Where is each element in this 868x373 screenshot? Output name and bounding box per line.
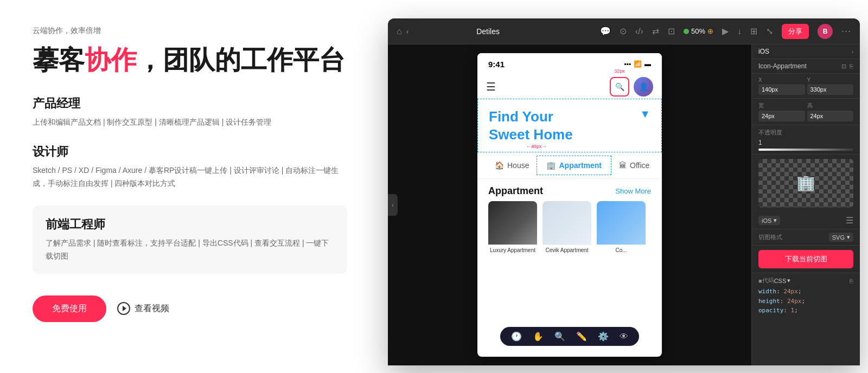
code-lang-selector[interactable]: CSS ▾: [774, 277, 791, 284]
code-lang-chevron: ▾: [787, 277, 790, 284]
settings-icon[interactable]: ⚙️: [598, 331, 609, 342]
download-button[interactable]: 下载当前切图: [758, 250, 853, 268]
canvas-toggle-button[interactable]: ‹: [388, 194, 398, 216]
buttons-row: 免费使用 查看视频: [33, 295, 347, 322]
phone-screen: 9:41 ▪▪▪ 📶 ▬ ☰ 🔍: [477, 53, 662, 357]
listing-image-1: [488, 201, 537, 245]
avatar-image: 👤: [639, 82, 648, 91]
play-icon: [117, 302, 130, 315]
phone-mockup: 9:41 ▪▪▪ 📶 ▬ ☰ 🔍: [477, 53, 662, 357]
listing-image-2: [542, 201, 591, 245]
appartment-icon: 🏢: [546, 161, 556, 170]
role-section-pm: 产品经理 上传和编辑产品文档 | 制作交互原型 | 清晰梳理产品逻辑 | 设计任…: [33, 95, 347, 129]
search-button[interactable]: 🔍 32px: [610, 77, 629, 97]
code-icon[interactable]: ‹/›: [635, 27, 643, 36]
role-title-designer: 设计师: [33, 144, 347, 160]
format-type-label: 切图格式: [758, 233, 782, 241]
play-triangle: [123, 306, 126, 311]
free-use-button[interactable]: 免费使用: [33, 295, 106, 322]
main-content: ‹ 9:41 ▪▪▪ 📶 ▬: [388, 44, 860, 365]
hand-icon[interactable]: ✋: [533, 331, 544, 342]
preview-icon: 🏢: [796, 174, 815, 192]
role-desc-pm: 上传和编辑产品文档 | 制作交互原型 | 清晰梳理产品逻辑 | 设计任务管理: [33, 116, 347, 129]
listing-card-1[interactable]: Luxury Appartment: [488, 201, 537, 255]
pen-icon[interactable]: ✏️: [576, 331, 587, 342]
clock-icon[interactable]: 🕐: [511, 331, 522, 342]
more-options-icon[interactable]: ···: [841, 25, 851, 37]
device-icon[interactable]: ⊡: [668, 26, 675, 36]
role-desc-designer: Sketch / PS / XD / Figma / Axure / 摹客RP设…: [33, 164, 347, 190]
download-icon[interactable]: ↓: [737, 27, 742, 36]
listing-label-3: Co...: [597, 245, 646, 255]
location-icon[interactable]: ⊙: [620, 26, 627, 36]
office-icon: 🏛: [619, 161, 627, 170]
status-icons: ▪▪▪ 📶 ▬: [624, 60, 651, 68]
watch-video-button[interactable]: 查看视频: [117, 302, 169, 315]
x-input[interactable]: [758, 84, 805, 95]
bottom-toolbar: 🕐 ✋ 🔍 ✏️ ⚙️ 👁: [500, 327, 639, 346]
opacity-label: 不透明度: [758, 128, 853, 137]
x-coord: X: [758, 77, 805, 95]
panel-expand-icon[interactable]: ›: [852, 49, 853, 55]
role-section-frontend: 前端工程师 了解产品需求 | 随时查看标注，支持平台适配 | 导出CSS代码 |…: [33, 205, 347, 274]
battery-icon: ▬: [644, 60, 651, 68]
eye-icon[interactable]: 👁: [620, 332, 628, 342]
listing-label-1: Luxury Appartment: [488, 245, 537, 255]
h-input[interactable]: [807, 111, 854, 121]
app-window: ⌂ ‹ Detiles 💬 ⊙ ‹/› ⇄ ⊡ 50% ⊕ ▶ ↓ ⊞ ⤡: [388, 18, 860, 365]
zoom-icon[interactable]: 🔍: [554, 331, 565, 342]
listing-card-3[interactable]: Co...: [597, 201, 646, 255]
platform-select[interactable]: iOS ▾: [758, 216, 780, 225]
h-label: 高: [807, 102, 854, 110]
category-tabs: ←48px→ 🏠 House 🏢 Appartment: [477, 152, 662, 179]
category-tab-house[interactable]: 🏠 House: [486, 157, 538, 174]
main-title: 摹客协作，团队的工作平台: [33, 44, 347, 76]
play-preview-icon[interactable]: ▶: [722, 26, 729, 36]
format-options-icon[interactable]: ☰: [846, 215, 853, 226]
listing-label-2: Cevik Appartment: [542, 245, 591, 255]
w-coord: 宽: [758, 102, 805, 121]
share-screen-icon[interactable]: ⊞: [750, 26, 757, 36]
role-title-frontend: 前端工程师: [46, 216, 334, 233]
filter-icon[interactable]: ▼: [640, 108, 650, 120]
hero-title-line1: Find Your: [489, 108, 573, 126]
fullscreen-icon[interactable]: ⤡: [766, 26, 773, 36]
opacity-bar: [758, 149, 853, 151]
hero-text: Find Your Sweet Home: [489, 108, 573, 143]
y-coord: Y: [807, 77, 854, 95]
format-select[interactable]: SVG ▾: [829, 233, 853, 242]
right-panel: ⌂ ‹ Detiles 💬 ⊙ ‹/› ⇄ ⊡ 50% ⊕ ▶ ↓ ⊞ ⤡: [380, 0, 868, 373]
user-avatar-small[interactable]: 👤: [634, 77, 653, 97]
zoom-dot: [684, 29, 689, 34]
category-tab-appartment[interactable]: 🏢 Appartment: [538, 157, 610, 174]
category-tab-office[interactable]: 🏛 Office: [610, 157, 658, 174]
subtitle: 云端协作，效率倍增: [33, 26, 347, 36]
show-more-link[interactable]: Show More: [615, 187, 651, 195]
hamburger-icon[interactable]: ☰: [486, 80, 496, 93]
listing-card-2[interactable]: Cevik Appartment: [542, 201, 591, 255]
w-input[interactable]: [758, 111, 805, 121]
y-input[interactable]: [807, 84, 854, 95]
code-header: ■ 代码 CSS ▾ ⎘: [758, 276, 853, 285]
hero-section: Find Your Sweet Home ▼: [477, 99, 662, 152]
component-link-icon[interactable]: ⎘: [850, 63, 853, 70]
watch-video-label: 查看视频: [135, 303, 169, 314]
code-lang: CSS: [774, 278, 787, 284]
compare-icon[interactable]: ⇄: [652, 26, 659, 36]
share-button[interactable]: 分享: [782, 24, 809, 39]
xy-grid: X Y: [752, 74, 860, 99]
format-chevron: ▾: [847, 234, 850, 241]
user-avatar[interactable]: B: [818, 24, 833, 39]
component-name: Icon-Appartment: [758, 62, 807, 70]
wh-grid: 宽 高: [752, 99, 860, 125]
size-label-32: 32px: [614, 68, 625, 74]
x-label: X: [758, 77, 805, 83]
role-title-pm: 产品经理: [33, 95, 347, 112]
component-actions: ⊡ ⎘: [841, 63, 853, 70]
comment-icon[interactable]: 💬: [600, 26, 611, 36]
code-copy-icon[interactable]: ⎘: [850, 278, 853, 284]
canvas-area: ‹ 9:41 ▪▪▪ 📶 ▬: [388, 44, 751, 365]
panel-section-title: iOS: [758, 48, 769, 55]
code-label: 代码: [762, 276, 774, 285]
component-copy-icon[interactable]: ⊡: [841, 63, 846, 70]
